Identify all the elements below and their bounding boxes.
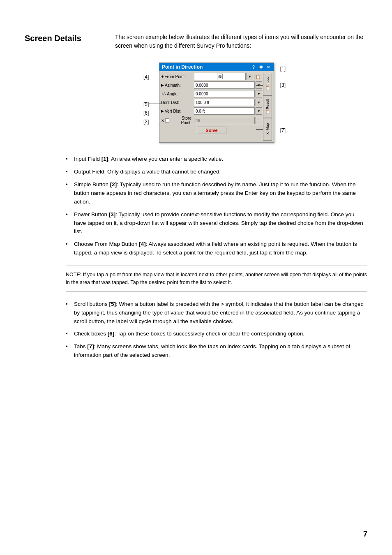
ext-label-3: [3] — [280, 82, 286, 88]
dialog-main: + From Point: ⊠ ▼ 📋 ▶ Azimuth: — [161, 73, 262, 141]
result-icon: 📋 — [265, 110, 270, 115]
input-icon: 📋 — [265, 86, 270, 91]
note-box: NOTE: If you tap a point from the map vi… — [66, 266, 367, 292]
from-point-row: + From Point: ⊠ ▼ 📋 — [161, 73, 262, 80]
horzdist-dropdown[interactable]: ▼ — [256, 99, 262, 106]
ext-label-7: [7] — [280, 127, 286, 133]
from-point-input[interactable]: ⊠ — [194, 73, 246, 80]
ext-label-1: [1] — [280, 66, 286, 72]
bullet-list-2: Scroll buttons [5]: When a button label … — [66, 300, 367, 360]
angle-dropdown[interactable]: ▼ — [256, 90, 262, 97]
result-tab-label: Result — [265, 99, 270, 109]
tab-map[interactable]: ✕ Map — [263, 118, 272, 141]
note-text: NOTE: If you tap a point from the map vi… — [66, 272, 367, 285]
vertdist-dropdown[interactable]: ▼ — [256, 107, 262, 115]
bullet-list-1: Input Field [1]: An area where you can e… — [66, 155, 367, 257]
map-tab-label: Map — [265, 123, 270, 131]
azimuth-input[interactable]: 0.0000 — [194, 81, 255, 89]
tab-input[interactable]: 📋 Input — [263, 73, 272, 95]
dialog-body: + From Point: ⊠ ▼ 📋 ▶ Azimuth: — [159, 71, 274, 142]
bullet-item-7: Check boxes [6]: Tap on these boxes to s… — [66, 330, 367, 338]
azimuth-text: Azimuth: — [165, 83, 181, 88]
dialog-title: Point in Direction — [162, 64, 203, 70]
from-point-browse-btn[interactable]: 📋 — [254, 73, 262, 80]
from-point-label: + From Point: — [161, 74, 193, 79]
dialog: Point in Direction ? ✱ ✕ + From Point: — [159, 62, 274, 143]
bullet-item-2: Output Field: Only displays a value that… — [66, 168, 367, 176]
angle-text: +/- Angle: — [161, 92, 179, 96]
azimuth-row: ▶ Azimuth: 0.0000 ▼ — [161, 81, 262, 89]
vertdist-row: ▶ Vert Dist: 0.0 ft ▼ — [161, 107, 262, 115]
checkbox-icon[interactable] — [165, 118, 169, 123]
dialog-wrapper: [4] [1] [3] [5] [6] [2] [7] Point in Dir… — [159, 62, 274, 143]
storepoint-text: Store Point: — [171, 116, 191, 125]
horzdist-text: Horz Dist: — [161, 100, 179, 105]
section-header: Screen Details The screen example below … — [25, 33, 367, 50]
horzdist-row: Horz Dist: 100.0 ft ▼ — [161, 99, 262, 106]
dialog-tabs: 📋 Input 📋 Result ✕ Map — [263, 73, 272, 141]
storepoint-btn[interactable]: — — [256, 117, 262, 124]
input-tab-label: Input — [265, 77, 270, 86]
help-icon[interactable]: ? — [251, 64, 256, 70]
angle-input[interactable]: 0.0000 — [194, 90, 255, 97]
angle-row: +/- Angle: 0.0000 ▼ — [161, 90, 262, 97]
storepoint-input[interactable]: 46 — [194, 117, 255, 124]
plus-icon: + — [161, 74, 164, 79]
from-point-text: From Point: — [164, 74, 186, 79]
ext-label-6: [6] — [143, 110, 149, 116]
bullet-item-6: Scroll buttons [5]: When a button label … — [66, 300, 367, 326]
azimuth-arrow-icon: ▶ — [161, 83, 164, 87]
tab-result[interactable]: 📋 Result — [263, 95, 272, 118]
vertdist-label: ▶ Vert Dist: — [161, 109, 193, 113]
cross-icon: ✕ — [161, 118, 164, 123]
from-point-field-icon: ⊠ — [217, 74, 223, 79]
bullet-item-8: Tabs [7]: Many screens show tabs, which … — [66, 342, 367, 360]
close-icon[interactable]: ✕ — [265, 64, 271, 70]
vertdist-text: Vert Dist: — [165, 109, 182, 113]
storepoint-label: ✕ Store Point: — [161, 116, 193, 125]
storepoint-row: ✕ Store Point: 46 — — [161, 116, 262, 125]
bullet-item-5: Choose From Map Button [4]: Always assoc… — [66, 240, 367, 257]
dialog-titlebar: Point in Direction ? ✱ ✕ — [159, 63, 274, 71]
angle-label: +/- Angle: — [161, 92, 193, 96]
horzdist-label: Horz Dist: — [161, 100, 193, 105]
azimuth-label: ▶ Azimuth: — [161, 83, 193, 88]
horzdist-input[interactable]: 100.0 ft — [194, 99, 255, 106]
screenshot-container: [4] [1] [3] [5] [6] [2] [7] Point in Dir… — [66, 62, 367, 143]
ext-label-4: [4] — [143, 74, 149, 80]
section-intro: The screen example below illustrates the… — [115, 33, 367, 50]
bullet-item-3: Simple Button [2]: Typically used to run… — [66, 180, 367, 206]
from-point-dropdown[interactable]: ▼ — [247, 73, 253, 80]
page-number: 7 — [363, 530, 367, 539]
ext-label-2: [2] — [143, 119, 149, 125]
solve-button-row: Solve — [161, 127, 262, 134]
section-title: Screen Details — [25, 33, 107, 43]
solve-button[interactable]: Solve — [197, 127, 226, 134]
vertdist-input[interactable]: 0.0 ft — [194, 107, 255, 115]
map-icon: ✕ — [265, 131, 270, 135]
bullet-item-4: Power Button [3]: Typically used to prov… — [66, 210, 367, 236]
ext-label-5: [5] — [143, 102, 149, 107]
vertdist-arrow-icon: ▶ — [161, 109, 164, 113]
bullet-item-1: Input Field [1]: An area where you can e… — [66, 155, 367, 164]
